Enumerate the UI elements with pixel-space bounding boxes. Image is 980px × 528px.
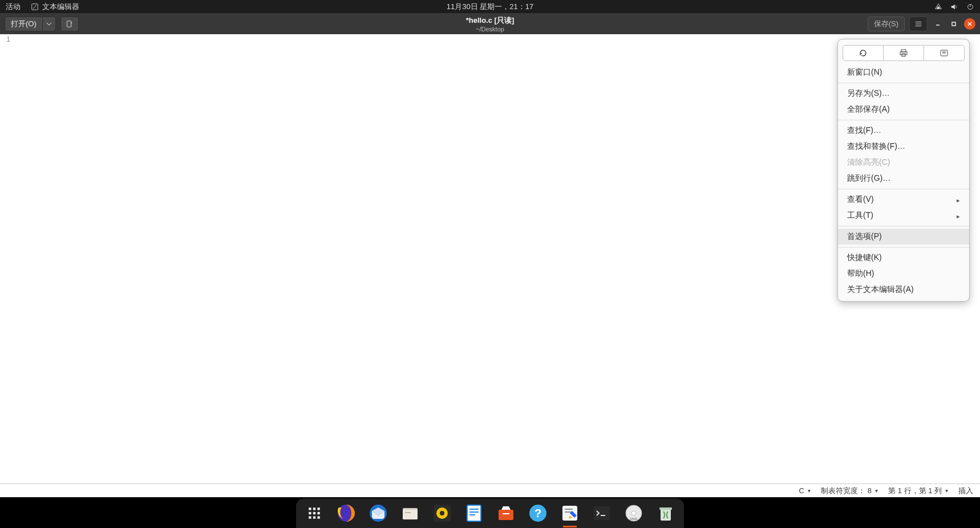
dock-software[interactable] xyxy=(493,501,519,526)
menu-about[interactable]: 关于文本编辑器(A) xyxy=(838,282,969,298)
tab-width-selector[interactable]: 制表符宽度： 8 xyxy=(821,486,878,496)
editor-body: 1 xyxy=(0,34,980,484)
apps-grid-icon xyxy=(307,506,322,521)
system-topbar: 活动 文本编辑器 11月30日 星期一，21：17 xyxy=(0,0,980,13)
tab-width-value: 8 xyxy=(868,486,872,495)
menu-view[interactable]: 查看(V) xyxy=(838,192,969,208)
reload-icon xyxy=(858,48,868,58)
editor-toolbar: 打开(O) *hello.c [只读] ~/Desktop 保存(S) xyxy=(0,13,980,34)
disc-icon: DVD xyxy=(623,503,644,523)
dock-files[interactable] xyxy=(398,501,423,526)
svg-rect-37 xyxy=(659,507,672,510)
svg-rect-8 xyxy=(313,512,315,514)
minimize-button[interactable] xyxy=(932,18,943,30)
menu-save-all[interactable]: 全部保存(A) xyxy=(838,101,969,117)
menu-separator xyxy=(838,120,969,120)
menu-help[interactable]: 帮助(H) xyxy=(838,266,969,282)
svg-rect-11 xyxy=(313,516,315,518)
dock-thunderbird[interactable] xyxy=(366,501,391,526)
dock-area: ? DVD xyxy=(0,497,980,528)
svg-rect-38 xyxy=(901,50,906,52)
svg-rect-2 xyxy=(67,21,71,27)
submenu-arrow-icon xyxy=(957,195,960,204)
status-bar: C 制表符宽度： 8 第 1 行，第 1 列 插入 xyxy=(0,484,980,497)
submenu-arrow-icon xyxy=(957,211,960,220)
document-path: ~/Desktop xyxy=(466,26,515,33)
svg-rect-6 xyxy=(317,507,319,510)
chevron-down-icon xyxy=(46,21,52,27)
writer-icon xyxy=(464,503,484,523)
dock-apps-grid[interactable] xyxy=(302,501,327,526)
close-button[interactable] xyxy=(964,18,975,30)
svg-rect-16 xyxy=(403,510,418,519)
dock-firefox[interactable] xyxy=(334,501,359,526)
svg-point-20 xyxy=(440,511,444,515)
hamburger-menu-button[interactable] xyxy=(909,17,928,31)
cursor-position-label: 第 1 行，第 1 列 xyxy=(888,486,942,496)
help-icon: ? xyxy=(528,503,548,523)
svg-point-34 xyxy=(631,511,636,515)
svg-text:?: ? xyxy=(534,507,541,519)
hamburger-icon xyxy=(914,20,922,28)
menu-print-button[interactable] xyxy=(884,45,924,61)
trash-icon xyxy=(655,503,676,523)
svg-rect-22 xyxy=(469,509,479,510)
text-area[interactable] xyxy=(13,34,980,484)
menu-find[interactable]: 查找(F)… xyxy=(838,123,969,139)
svg-rect-4 xyxy=(309,507,311,510)
menu-shortcuts[interactable]: 快捷键(K) xyxy=(838,250,969,266)
dock-trash[interactable] xyxy=(653,501,678,526)
menu-new-window[interactable]: 新窗口(N) xyxy=(838,64,969,80)
minimize-icon xyxy=(935,21,941,27)
firefox-icon xyxy=(336,503,357,523)
menu-clear-highlight: 清除高亮(C) xyxy=(838,155,969,170)
activities-button[interactable]: 活动 xyxy=(6,2,21,12)
menu-fullscreen-button[interactable] xyxy=(924,45,965,61)
svg-text:DVD: DVD xyxy=(630,517,638,521)
svg-rect-36 xyxy=(661,509,671,521)
insert-mode[interactable]: 插入 xyxy=(958,486,973,496)
language-label: C xyxy=(799,486,804,495)
new-tab-button[interactable] xyxy=(60,17,79,31)
menu-goto-line[interactable]: 跳到行(G)… xyxy=(838,170,969,186)
svg-rect-17 xyxy=(405,512,411,513)
menu-separator xyxy=(838,247,969,247)
save-button[interactable]: 保存(S) xyxy=(868,17,905,31)
menu-preferences[interactable]: 首选项(P) xyxy=(838,229,969,245)
dock-help[interactable]: ? xyxy=(525,501,550,526)
dock-text-editor[interactable] xyxy=(557,501,582,526)
volume-icon[interactable] xyxy=(950,3,958,11)
menu-save-as[interactable]: 另存为(S)… xyxy=(838,86,969,101)
thunderbird-icon xyxy=(368,503,388,523)
menu-reload-button[interactable] xyxy=(843,45,884,61)
cursor-position[interactable]: 第 1 行，第 1 列 xyxy=(888,486,948,496)
print-icon xyxy=(899,48,908,58)
svg-rect-25 xyxy=(499,510,513,520)
dock-rhythmbox[interactable] xyxy=(430,501,455,526)
maximize-button[interactable] xyxy=(948,18,959,30)
open-recent-dropdown[interactable] xyxy=(43,17,56,31)
network-icon[interactable] xyxy=(934,3,942,11)
svg-rect-24 xyxy=(469,514,475,515)
svg-rect-9 xyxy=(317,512,319,514)
terminal-icon xyxy=(592,503,612,523)
dock: ? DVD xyxy=(296,498,684,528)
menu-tools[interactable]: 工具(T) xyxy=(838,208,969,224)
open-button[interactable]: 打开(O) xyxy=(5,17,43,31)
svg-rect-32 xyxy=(594,506,610,520)
dock-disc[interactable]: DVD xyxy=(621,501,646,526)
topbar-datetime[interactable]: 11月30日 星期一，21：17 xyxy=(447,2,533,12)
tab-width-label: 制表符宽度： xyxy=(821,486,865,496)
dock-libreoffice-writer[interactable] xyxy=(461,501,487,526)
svg-rect-12 xyxy=(317,516,319,518)
language-selector[interactable]: C xyxy=(799,486,810,495)
menu-separator xyxy=(838,83,969,83)
power-icon[interactable] xyxy=(966,3,974,11)
menu-find-replace[interactable]: 查找和替换(F)… xyxy=(838,139,969,155)
new-document-icon xyxy=(66,20,74,28)
files-icon xyxy=(400,503,420,523)
document-title: *hello.c [只读] xyxy=(466,15,515,26)
topbar-app-indicator[interactable]: 文本编辑器 xyxy=(31,2,79,12)
dock-terminal[interactable] xyxy=(589,501,614,526)
line-number-gutter: 1 xyxy=(0,34,13,484)
